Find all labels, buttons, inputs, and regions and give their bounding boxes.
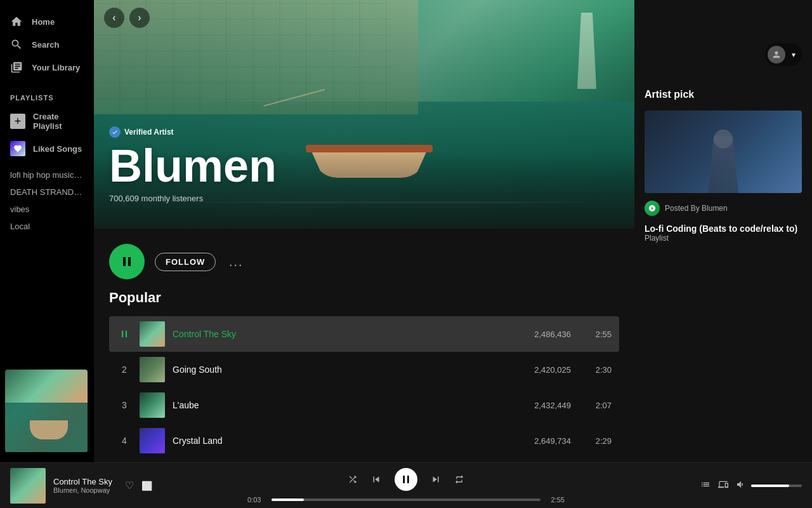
track-list: Control The Sky 2,486,436 2:55 2 Going S… [109, 316, 619, 462]
track-name-1: Control The Sky [173, 329, 495, 339]
plus-icon: + [10, 114, 25, 129]
shuffle-button[interactable] [348, 474, 358, 485]
playlist-list: lofi hip hop music - beats ... DEATH STR… [0, 166, 94, 235]
track-plays-1: 2,486,436 [495, 330, 571, 339]
track-info-3: L'aube [173, 400, 495, 410]
svg-rect-2 [122, 331, 123, 338]
sidebar-thumbnail-container [0, 364, 94, 457]
track-thumbnail-2 [140, 357, 165, 382]
devices-button[interactable] [718, 479, 728, 491]
chevron-down-icon: ▼ [790, 51, 797, 58]
user-area-top: ▼ [634, 36, 812, 74]
user-menu[interactable]: ▼ [765, 43, 802, 66]
liked-songs-button[interactable]: Liked Songs [0, 136, 94, 161]
track-info-4: Crystal Land [173, 436, 495, 446]
track-duration-3: 2:07 [586, 401, 612, 410]
top-nav: ‹ › [94, 0, 634, 36]
track-playing-icon-1 [117, 330, 132, 338]
main-area: ‹ › Verified Artist [94, 0, 812, 462]
player-track-name: Control The Sky [53, 477, 112, 486]
track-number-4: 4 [117, 436, 132, 446]
sidebar-item-home[interactable]: Home [0, 10, 94, 33]
library-icon [10, 61, 23, 74]
player-progress: 0:03 2:55 [247, 496, 565, 504]
track-number-2: 2 [117, 364, 132, 375]
sidebar: Home Search Your Library PLAYLIST [0, 0, 94, 462]
controls-section: FOLLOW ... [94, 229, 634, 290]
time-current: 0:03 [247, 496, 266, 504]
track-name-3: L'aube [173, 400, 495, 410]
track-name-4: Crystal Land [173, 436, 495, 446]
verified-text: Verified Artist [124, 128, 174, 137]
play-pause-button[interactable] [109, 244, 145, 279]
artist-pick-meta: Posted By Blumen [645, 201, 802, 216]
repeat-button[interactable] [454, 474, 464, 485]
scrollable-content: ‹ › Verified Artist [94, 0, 634, 462]
home-icon [10, 15, 23, 28]
track-duration-4: 2:29 [586, 436, 612, 446]
next-button[interactable] [430, 474, 442, 485]
svg-rect-4 [403, 476, 405, 483]
screen-button[interactable]: ⬜ [141, 481, 152, 491]
monthly-listeners: 700,609 monthly listeners [109, 194, 277, 203]
playlist-item-2[interactable]: DEATH STRANDING by ... [10, 184, 84, 201]
verified-icon [109, 126, 121, 138]
playlist-item-1[interactable]: lofi hip hop music - beats ... [10, 166, 84, 184]
track-duration-1: 2:55 [586, 330, 612, 339]
volume-area [736, 479, 802, 491]
track-row-1[interactable]: Control The Sky 2,486,436 2:55 [109, 316, 619, 352]
player-actions: ♡ ⬜ [125, 479, 152, 491]
prev-button[interactable] [370, 474, 382, 485]
track-row-3[interactable]: 3 L'aube 2,432,449 2:07 [109, 387, 619, 423]
popular-section: Popular Contr [94, 290, 634, 462]
track-row-2[interactable]: 2 Going South 2,420,025 2:30 [109, 352, 619, 387]
person-head [714, 130, 733, 149]
sidebar-item-library[interactable]: Your Library [0, 56, 94, 79]
playlist-item-4[interactable]: Local [10, 218, 84, 235]
track-plays-4: 2,649,734 [495, 436, 571, 446]
posted-by-text: Posted By Blumen [665, 204, 728, 213]
heart-button[interactable]: ♡ [125, 479, 134, 491]
search-icon [10, 38, 23, 51]
player-thumbnail [10, 468, 46, 504]
artist-name: Blumen [109, 143, 277, 189]
svg-rect-0 [123, 257, 126, 266]
follow-button[interactable]: FOLLOW [155, 253, 216, 271]
queue-button[interactable] [700, 479, 710, 491]
time-total: 2:55 [546, 496, 565, 504]
track-row-5[interactable]: 5 On My Way 2,465,941 2:40 [109, 458, 619, 462]
more-options-button[interactable]: ... [226, 251, 246, 272]
create-playlist-button[interactable]: + Create Playlist [0, 107, 94, 136]
track-number-3: 3 [117, 400, 132, 410]
verified-badge: Verified Artist [109, 126, 277, 138]
nav-arrows: ‹ › [104, 8, 150, 28]
artist-pick-card[interactable]: Posted By Blumen Lo-fi Coding (Beats to … [645, 110, 802, 243]
player-buttons [348, 468, 464, 491]
back-button[interactable]: ‹ [104, 8, 124, 28]
sidebar-nav: Home Search Your Library [0, 5, 94, 84]
player-track-info: Control The Sky Blumen, Noopway [53, 477, 112, 494]
artist-pick-section: Artist pick Posted [634, 74, 812, 258]
volume-fill [751, 485, 789, 487]
player-artist-name: Blumen, Noopway [53, 486, 112, 494]
hero-section: ‹ › Verified Artist [94, 0, 634, 229]
player-right-controls [624, 479, 802, 491]
artist-pick-info: Lo-fi Coding (Beats to code/relax to) Pl… [645, 224, 802, 243]
volume-bar[interactable] [751, 485, 802, 487]
track-duration-2: 2:30 [586, 365, 612, 375]
svg-rect-3 [126, 331, 127, 338]
sidebar-item-search[interactable]: Search [0, 33, 94, 56]
now-playing: Control The Sky Blumen, Noopway ♡ ⬜ [10, 468, 188, 504]
forward-button[interactable]: › [129, 8, 150, 28]
playlist-item-3[interactable]: vibes [10, 201, 84, 218]
track-name-2: Going South [173, 364, 495, 375]
popular-title: Popular [109, 290, 619, 306]
track-plays-3: 2,432,449 [495, 401, 571, 410]
right-panel: ▼ Artist pick [634, 0, 812, 462]
progress-fill [272, 498, 304, 501]
play-pause-main-button[interactable] [395, 468, 417, 491]
playlists-label: PLAYLISTS [0, 84, 94, 107]
volume-button[interactable] [736, 479, 746, 491]
progress-bar[interactable] [272, 498, 540, 501]
track-row-4[interactable]: 4 Crystal Land 2,649,734 2:29 [109, 423, 619, 458]
